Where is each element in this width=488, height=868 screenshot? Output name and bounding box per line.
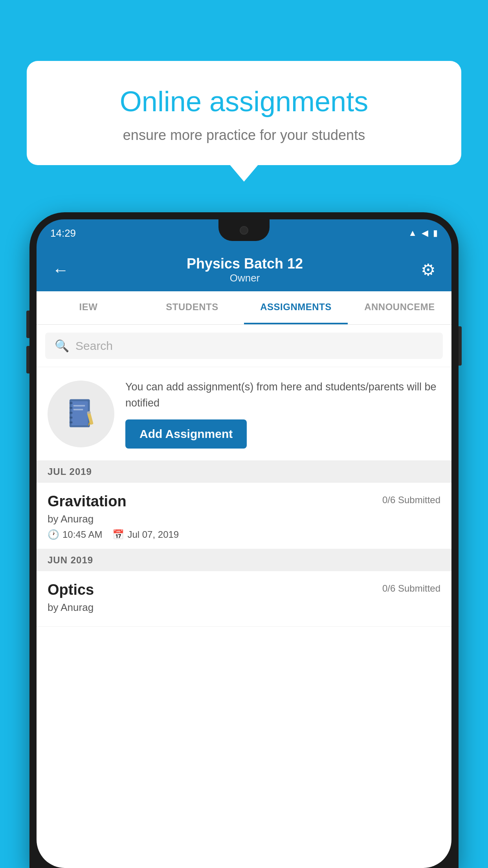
- notebook-icon: [66, 398, 96, 430]
- assignment-date-value: Jul 07, 2019: [127, 529, 179, 540]
- assignment-submitted: 0/6 Submitted: [382, 495, 440, 506]
- clock-icon: 🕐: [48, 529, 59, 540]
- assignment-date: 📅 Jul 07, 2019: [112, 529, 179, 540]
- svg-rect-3: [69, 407, 72, 409]
- assignment-top: Gravitation 0/6 Submitted: [48, 493, 440, 510]
- phone-screen: ← Physics Batch 12 Owner ⚙ IEW STUDENTS …: [37, 247, 451, 868]
- tab-students[interactable]: STUDENTS: [140, 291, 244, 324]
- back-button[interactable]: ←: [52, 261, 69, 280]
- settings-gear-icon[interactable]: ⚙: [421, 260, 436, 280]
- header-subtitle: Owner: [187, 272, 303, 284]
- tabs-container: IEW STUDENTS ASSIGNMENTS ANNOUNCEME: [37, 291, 451, 325]
- assignment-time: 🕐 10:45 AM: [48, 529, 102, 540]
- assignment-submitted-optics: 0/6 Submitted: [382, 583, 440, 594]
- promo-description: You can add assignment(s) from here and …: [125, 379, 440, 411]
- tab-assignments[interactable]: ASSIGNMENTS: [244, 291, 348, 324]
- svg-rect-1: [71, 401, 88, 425]
- calendar-icon: 📅: [112, 529, 124, 540]
- assignment-top-optics: Optics 0/6 Submitted: [48, 581, 440, 598]
- header-center: Physics Batch 12 Owner: [187, 256, 303, 284]
- add-assignment-button[interactable]: Add Assignment: [125, 419, 247, 449]
- assignment-name-optics: Optics: [48, 581, 94, 598]
- signal-icon: ◀: [422, 228, 428, 238]
- search-bar[interactable]: 🔍 Search: [45, 333, 443, 359]
- search-icon: 🔍: [55, 339, 69, 353]
- volume-down-button: [26, 346, 29, 373]
- month-header-jun: JUN 2019: [37, 549, 451, 571]
- tab-announcements[interactable]: ANNOUNCEME: [348, 291, 451, 324]
- search-container: 🔍 Search: [37, 325, 451, 367]
- bubble-title: Online assignments: [54, 85, 434, 118]
- promo-section: You can add assignment(s) from here and …: [37, 367, 451, 461]
- assignment-author: by Anurag: [48, 513, 440, 525]
- assignment-time-value: 10:45 AM: [62, 529, 102, 540]
- month-header-jul: JUL 2019: [37, 461, 451, 483]
- assignment-item-gravitation[interactable]: Gravitation 0/6 Submitted by Anurag 🕐 10…: [37, 483, 451, 549]
- assignment-name: Gravitation: [48, 493, 127, 510]
- status-icons: ▲ ◀ ▮: [408, 228, 438, 238]
- assignment-item-optics[interactable]: Optics 0/6 Submitted by Anurag: [37, 571, 451, 627]
- header-title: Physics Batch 12: [187, 256, 303, 272]
- promo-content: You can add assignment(s) from here and …: [125, 379, 440, 449]
- app-header: ← Physics Batch 12 Owner ⚙: [37, 247, 451, 291]
- power-button: [459, 326, 462, 366]
- front-camera: [240, 226, 248, 235]
- tab-iew[interactable]: IEW: [37, 291, 140, 324]
- phone-frame: 14:29 ▲ ◀ ▮ ← Physics Batch 12 Owner ⚙: [29, 212, 459, 868]
- svg-rect-4: [69, 412, 72, 414]
- speech-bubble: Online assignments ensure more practice …: [27, 61, 461, 165]
- promo-icon-wrap: [48, 381, 114, 447]
- assignment-meta: 🕐 10:45 AM 📅 Jul 07, 2019: [48, 529, 440, 540]
- phone-mockup: 14:29 ▲ ◀ ▮ ← Physics Batch 12 Owner ⚙: [29, 212, 459, 868]
- phone-notch: [218, 219, 270, 241]
- svg-rect-5: [69, 416, 72, 418]
- svg-rect-8: [73, 409, 83, 410]
- battery-icon: ▮: [433, 228, 438, 238]
- svg-rect-6: [69, 421, 72, 423]
- svg-rect-7: [73, 405, 85, 406]
- wifi-icon: ▲: [408, 228, 417, 238]
- svg-rect-2: [69, 402, 72, 404]
- status-time: 14:29: [50, 227, 76, 239]
- assignment-author-optics: by Anurag: [48, 601, 440, 614]
- bubble-subtitle: ensure more practice for your students: [54, 127, 434, 143]
- volume-up-button: [26, 311, 29, 338]
- speech-bubble-section: Online assignments ensure more practice …: [27, 61, 461, 165]
- search-placeholder: Search: [75, 339, 113, 353]
